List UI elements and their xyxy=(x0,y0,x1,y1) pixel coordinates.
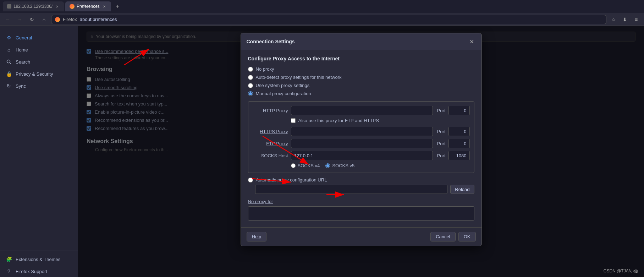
sidebar-item-sync[interactable]: ↻ Sync xyxy=(0,80,78,92)
socks-host-input[interactable] xyxy=(291,151,433,160)
http-proxy-input[interactable] xyxy=(291,106,433,115)
ok-button[interactable]: OK xyxy=(458,232,476,241)
home-button[interactable]: ⌂ xyxy=(39,15,49,25)
auto-proxy-label: Automatic proxy configuration URL xyxy=(256,177,327,183)
auto-proxy-radio[interactable] xyxy=(248,178,253,183)
manual-proxy-option[interactable]: Manual proxy configuration xyxy=(248,91,474,96)
reload-button[interactable]: Reload xyxy=(450,185,474,194)
auto-detect-label: Auto-detect proxy settings for this netw… xyxy=(256,75,342,80)
download-button[interactable]: ⬇ xyxy=(620,15,630,25)
svg-line-1 xyxy=(10,63,11,64)
puzzle-icon: 🧩 xyxy=(6,256,12,262)
content-area: ℹ Your browser is being managed by your … xyxy=(78,26,644,277)
https-port-label: Port xyxy=(437,129,446,134)
socks4-option[interactable]: SOCKS v4 xyxy=(291,163,320,168)
sync-icon: ↻ xyxy=(6,83,12,89)
tab-1[interactable]: 192.168.2.129:3306/ ✕ xyxy=(3,1,64,11)
http-port-label: Port xyxy=(437,108,446,113)
tab-2-close[interactable]: ✕ xyxy=(102,4,107,9)
menu-button[interactable]: ≡ xyxy=(631,15,641,25)
sidebar-item-general[interactable]: ⚙ General xyxy=(0,32,78,44)
forward-button[interactable]: → xyxy=(15,15,25,25)
new-tab-button[interactable]: + xyxy=(112,1,122,11)
tab-1-close[interactable]: ✕ xyxy=(55,4,60,9)
help-icon: ? xyxy=(6,268,12,275)
socks-host-label: SOCKS Host xyxy=(253,153,288,158)
auto-proxy-input-row: Reload xyxy=(255,185,474,194)
sidebar-item-home[interactable]: ⌂ Home xyxy=(0,44,78,56)
sidebar-item-extensions[interactable]: 🧩 Extensions & Themes xyxy=(0,253,78,265)
tab-1-favicon xyxy=(7,4,11,9)
sidebar-item-support-label: Firefox Support xyxy=(16,269,47,274)
sidebar: ⚙ General ⌂ Home Search 🔒 Privacy & Secu… xyxy=(0,26,78,277)
system-proxy-radio[interactable] xyxy=(248,83,253,88)
address-text: about:preferences xyxy=(80,17,117,22)
nav-bar: ← → ↻ ⌂ Firefox about:preferences ☆ ⬇ ≡ xyxy=(0,13,644,26)
system-proxy-option[interactable]: Use system proxy settings xyxy=(248,83,474,88)
dialog-title: Connection Settings xyxy=(247,39,295,44)
http-port-input[interactable] xyxy=(448,106,470,115)
socks-port-label: Port xyxy=(437,153,446,158)
dialog-overlay: Connection Settings ✕ Configure Proxy Ac… xyxy=(78,26,644,277)
ftp-port-input[interactable] xyxy=(448,139,470,148)
manual-proxy-radio[interactable] xyxy=(248,91,253,96)
socks-host-row: SOCKS Host Port xyxy=(253,151,470,160)
back-button[interactable]: ← xyxy=(3,15,13,25)
connection-settings-dialog: Connection Settings ✕ Configure Proxy Ac… xyxy=(241,33,482,246)
ftp-proxy-label: FTP Proxy xyxy=(253,141,288,146)
watermark: CSDN @TJA/小傲 xyxy=(604,268,638,274)
ftp-proxy-input[interactable] xyxy=(291,139,433,148)
no-proxy-option[interactable]: No proxy xyxy=(248,66,474,72)
dialog-body: Configure Proxy Access to the Internet N… xyxy=(241,50,481,227)
dialog-header: Connection Settings ✕ xyxy=(241,33,481,50)
socks-version-row: SOCKS v4 SOCKS v5 xyxy=(291,163,470,168)
gear-icon: ⚙ xyxy=(6,34,12,41)
no-proxy-section: No proxy for xyxy=(248,199,474,222)
no-proxy-radio[interactable] xyxy=(248,67,253,72)
main-area: ⚙ General ⌂ Home Search 🔒 Privacy & Secu… xyxy=(0,26,644,277)
address-bar[interactable]: Firefox about:preferences xyxy=(51,15,606,24)
auto-proxy-url-input[interactable] xyxy=(255,185,448,194)
help-button[interactable]: Help xyxy=(247,232,267,241)
socks-port-input[interactable] xyxy=(448,151,470,160)
bookmark-button[interactable]: ☆ xyxy=(609,15,618,25)
socks5-option[interactable]: SOCKS v5 xyxy=(325,163,354,168)
lock-icon: 🔒 xyxy=(6,71,12,77)
http-proxy-label: HTTP Proxy xyxy=(253,108,288,113)
ftp-port-label: Port xyxy=(437,141,446,146)
socks4-radio[interactable] xyxy=(291,163,296,168)
https-proxy-row: HTTPS Proxy Port xyxy=(253,127,470,136)
nav-extras: ☆ ⬇ ≡ xyxy=(609,15,641,25)
cancel-button[interactable]: Cancel xyxy=(430,232,455,241)
tab-1-label: 192.168.2.129:3306/ xyxy=(13,4,53,9)
firefox-icon xyxy=(55,17,60,22)
no-proxy-for-input[interactable] xyxy=(248,206,474,221)
auto-proxy-option[interactable]: Automatic proxy configuration URL xyxy=(248,177,474,183)
home-icon: ⌂ xyxy=(6,47,12,53)
sidebar-item-privacy[interactable]: 🔒 Privacy & Security xyxy=(0,68,78,80)
socks4-label: SOCKS v4 xyxy=(298,163,320,168)
no-proxy-label: No proxy xyxy=(256,66,274,72)
auto-detect-radio[interactable] xyxy=(248,75,253,80)
also-use-checkbox-row: Also use this proxy for FTP and HTTPS xyxy=(291,118,470,123)
tab-bar: 192.168.2.129:3306/ ✕ Preferences ✕ + xyxy=(0,0,644,13)
socks5-radio[interactable] xyxy=(325,163,330,168)
auto-proxy-section: Automatic proxy configuration URL Reload xyxy=(248,177,474,194)
tab-2[interactable]: Preferences ✕ xyxy=(65,1,111,11)
dialog-close-button[interactable]: ✕ xyxy=(468,38,476,45)
sidebar-item-support[interactable]: ? Firefox Support xyxy=(0,265,78,277)
also-use-label: Also use this proxy for FTP and HTTPS xyxy=(298,118,379,123)
system-proxy-label: Use system proxy settings xyxy=(256,83,310,88)
tab-2-favicon xyxy=(70,4,75,9)
also-use-checkbox[interactable] xyxy=(291,118,296,123)
browser-chrome: 192.168.2.129:3306/ ✕ Preferences ✕ + ← … xyxy=(0,0,644,26)
https-proxy-label: HTTPS Proxy xyxy=(253,129,288,134)
https-proxy-input[interactable] xyxy=(291,127,433,136)
refresh-button[interactable]: ↻ xyxy=(27,15,37,25)
auto-detect-option[interactable]: Auto-detect proxy settings for this netw… xyxy=(248,75,474,80)
sidebar-bottom: 🧩 Extensions & Themes ? Firefox Support xyxy=(0,250,78,277)
sidebar-item-search[interactable]: Search xyxy=(0,56,78,68)
sidebar-item-general-label: General xyxy=(16,35,32,40)
dialog-footer: Help Cancel OK xyxy=(241,227,481,246)
https-port-input[interactable] xyxy=(448,127,470,136)
